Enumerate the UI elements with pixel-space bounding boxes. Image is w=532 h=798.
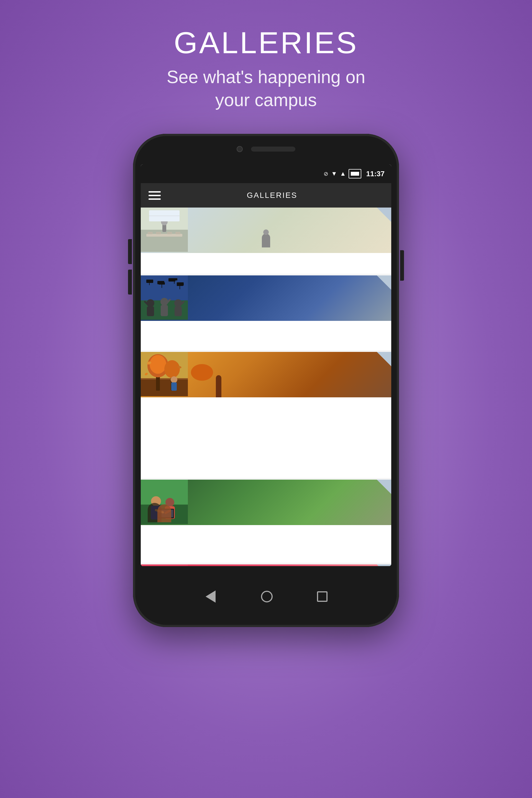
- svg-line-56: [166, 511, 170, 513]
- home-icon: [261, 591, 273, 602]
- svg-rect-34: [141, 380, 188, 396]
- toolbar-title: GALLERIES: [161, 191, 383, 200]
- app-toolbar: GALLERIES: [141, 183, 391, 208]
- recents-button[interactable]: [317, 591, 327, 602]
- wifi-icon: ▼: [331, 170, 337, 177]
- svg-rect-48: [141, 480, 188, 505]
- battery-icon: [348, 169, 361, 178]
- signal-icon: ▲: [340, 170, 346, 177]
- phone-frame: ⊘ ▼ ▲ 11:37: [133, 134, 399, 627]
- people-ribbon: [377, 480, 391, 494]
- svg-rect-54: [158, 510, 173, 517]
- svg-rect-4: [163, 224, 166, 232]
- svg-point-23: [147, 299, 154, 307]
- conferences-ribbon: [377, 208, 391, 222]
- hamburger-line-3: [149, 198, 161, 200]
- svg-rect-50: [151, 506, 161, 519]
- hamburger-menu-button[interactable]: [149, 191, 161, 200]
- svg-rect-19: [171, 278, 177, 280]
- phone-top-area: [133, 134, 399, 164]
- recents-icon: [317, 591, 327, 602]
- phone-screen: ⊘ ▼ ▲ 11:37: [141, 164, 391, 566]
- page-title: GALLERIES: [174, 25, 358, 60]
- svg-point-51: [166, 498, 174, 507]
- svg-point-27: [174, 299, 182, 307]
- svg-point-49: [151, 496, 161, 506]
- phone-mockup: ⊘ ▼ ▲ 11:37: [133, 134, 399, 627]
- svg-rect-3: [146, 234, 182, 236]
- svg-rect-14: [141, 276, 188, 300]
- svg-rect-6: [148, 232, 153, 234]
- svg-rect-8: [167, 232, 172, 234]
- status-icons: ⊘ ▼ ▲ 11:37: [324, 169, 385, 178]
- svg-rect-21: [177, 284, 183, 286]
- status-time: 11:37: [366, 170, 385, 178]
- svg-rect-9: [175, 232, 180, 234]
- list-item[interactable]: PEOPLE Who's who of administration staff…: [141, 480, 391, 563]
- earpiece-speaker: [251, 147, 296, 152]
- svg-rect-15: [146, 280, 152, 282]
- list-item[interactable]: GRADUATION This is what it's all about! …: [141, 276, 391, 350]
- gallery-list[interactable]: CONFERENCES Every year the college plays…: [141, 208, 391, 566]
- svg-line-55: [156, 510, 163, 512]
- fall-thumbnail: [141, 352, 391, 397]
- svg-rect-45: [171, 382, 177, 391]
- home-button[interactable]: [261, 591, 273, 602]
- graduation-thumbnail: [141, 276, 391, 321]
- svg-point-38: [150, 355, 166, 374]
- svg-point-44: [171, 376, 177, 383]
- status-bar: ⊘ ▼ ▲ 11:37: [141, 164, 391, 183]
- volume-down-button: [128, 270, 132, 294]
- svg-rect-17: [159, 282, 165, 285]
- back-icon: [206, 590, 215, 603]
- svg-point-40: [164, 360, 180, 378]
- people-thumbnail: [141, 480, 391, 525]
- svg-rect-47: [141, 503, 188, 524]
- hamburger-line-1: [149, 191, 161, 193]
- list-item[interactable]: CONFERENCES Every year the college plays…: [141, 208, 391, 274]
- page-subtitle: See what's happening onyour campus: [167, 66, 365, 112]
- svg-rect-7: [156, 232, 161, 234]
- volume-up-button: [128, 239, 132, 264]
- phone-bottom-nav: [133, 566, 399, 627]
- back-button[interactable]: [205, 592, 217, 602]
- list-item[interactable]: FALL All work and no play is no fun! Her…: [141, 352, 391, 478]
- no-signal-icon: ⊘: [324, 170, 328, 177]
- fall-ribbon: [377, 352, 391, 366]
- front-camera: [236, 146, 243, 152]
- hamburger-line-2: [149, 195, 161, 196]
- graduation-ribbon: [377, 276, 391, 290]
- power-button: [400, 250, 404, 281]
- conferences-thumbnail: [141, 208, 391, 253]
